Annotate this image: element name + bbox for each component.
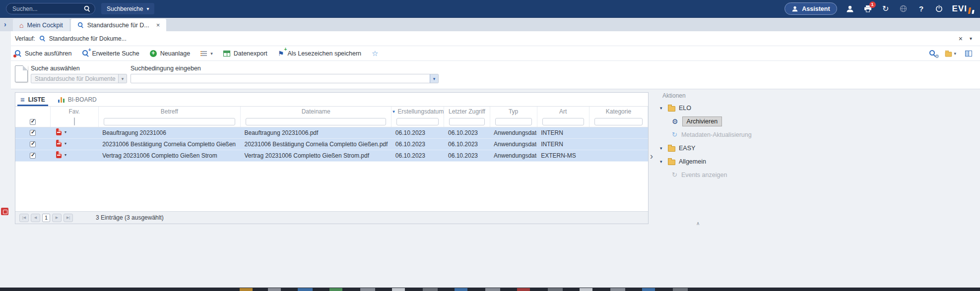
cell-erstellungsdatum: 06.10.2023 [392,127,444,138]
suchbereiche-dropdown[interactable]: Suchbereiche ▾ [101,3,154,14]
col-betreff[interactable]: Betreff [98,107,240,116]
suchbedingung-combobox[interactable]: ▾ [131,74,439,83]
close-icon[interactable]: × [959,35,963,43]
aktionen-group-allgemein[interactable]: ▾ Allgemein [660,155,779,168]
filter-betreff-input[interactable] [104,118,235,125]
fav-filter-button[interactable] [74,117,75,125]
cell-betreff: Vertrag 20231006 Completto Gießen Strom [98,150,240,161]
cell-betreff: 20231006 Bestätigung Cornelia Completto … [98,138,240,150]
suche-auswaehlen-select[interactable]: Standardsuche für Dokumente ▾ [31,74,127,83]
filter-typ-input[interactable] [495,118,532,125]
aktion-archivieren[interactable]: ⚙ Archivieren [660,115,779,128]
filter-kategorie-input[interactable] [594,118,643,125]
last-page-button[interactable]: ▶| [64,214,73,222]
row-type-caret[interactable]: ▾ [65,130,66,134]
filter-erstellungsdatum-input[interactable] [396,118,439,125]
collapse-panel-chevron[interactable]: › [650,151,653,162]
view-tab-label: BI-BOARD [68,96,97,103]
row-checkbox[interactable] [30,141,36,147]
aktionen-panel: Aktionen ▾ ELO ⚙ Archivieren ↻ Metadaten… [656,89,980,288]
expand-left-panel-chevron[interactable]: › [4,20,6,28]
datenexport-button[interactable]: Datenexport [223,50,267,57]
row-type-caret[interactable]: ▾ [65,141,66,146]
prev-page-button[interactable]: ◀ [31,214,40,222]
aktion-metadaten-aktualisierung: ↻ Metadaten-Aktualisierung [660,128,779,141]
close-icon[interactable]: × [156,21,160,29]
column-settings-icon[interactable] [965,51,972,57]
folder-view-dropdown[interactable]: ▾ [945,50,956,57]
chevron-down-icon[interactable]: ▾ [430,74,438,83]
scroll-up-indicator[interactable]: ∧ [696,221,700,226]
global-search[interactable] [6,3,95,14]
col-erstellungsdatum[interactable]: ▼Erstellungsdatum [392,107,444,116]
col-art[interactable]: Art [537,107,589,116]
favorite-star-icon[interactable]: ☆ [372,49,378,58]
tab-mein-cockpit[interactable]: ⌂ Mein Cockpit [13,19,69,31]
chevron-down-icon[interactable]: ▾ [660,159,664,164]
table-body: ▾Beauftragung 20231006Beauftragung 20231… [15,127,648,161]
col-typ[interactable]: Typ [490,107,537,116]
list-options-dropdown[interactable]: ▾ [200,50,213,57]
assistent-button[interactable]: Assistent [784,2,837,15]
cell-kategorie [589,150,648,161]
col-letzter-zugriff[interactable]: Letzter Zugriff [444,107,490,116]
search-icon [40,36,45,41]
chevron-down-icon[interactable]: ▾ [660,146,664,151]
pagination-bar: |◀ ◀ 1 ▶ ▶| 3 Einträge (3 ausgewählt) [15,211,648,224]
refresh-icon[interactable]: ↻ [881,4,891,14]
row-checkbox[interactable] [30,153,36,159]
tab-liste[interactable]: ≡ LISTE [20,93,45,106]
suchbedingung-input[interactable] [131,74,430,83]
result-count-summary: 3 Einträge (3 ausgewählt) [96,214,164,221]
search-settings-icon[interactable]: ⚙ [929,50,936,57]
print-icon[interactable]: 1 [863,4,873,14]
cell-erstellungsdatum: 06.10.2023 [392,150,444,161]
aktionen-group-easy[interactable]: ▾ EASY [660,141,779,155]
chevron-down-icon: ▾ [954,51,956,56]
power-icon[interactable] [934,4,944,14]
select-all-checkbox[interactable] [30,119,36,125]
tab-bi-board[interactable]: BI-BOARD [58,93,97,106]
verlauf-history-item[interactable]: Standardsuche für Dokume... [39,35,127,42]
col-kategorie[interactable]: Kategorie [589,107,648,116]
aktion-label-selected[interactable]: Archivieren [682,116,722,126]
row-type-caret[interactable]: ▾ [65,153,66,157]
aktionen-group-elo[interactable]: ▾ ELO [660,101,779,115]
table-row[interactable]: ▾Vertrag 20231006 Completto Gießen Strom… [15,150,648,161]
headset-person-icon [791,5,798,12]
user-icon[interactable] [845,4,855,14]
current-page-indicator[interactable]: 1 [42,214,50,222]
lesezeichen-button[interactable]: ⚑+ Als Lesezeichen speichern [278,50,361,57]
table-row[interactable]: ▾Beauftragung 20231006Beauftragung 20231… [15,127,648,138]
chevron-down-icon[interactable]: ▾ [118,74,127,83]
neuanlage-button[interactable]: Neuanlage [150,50,190,57]
home-icon: ⌂ [19,22,23,29]
filter-dateiname-input[interactable] [246,118,386,125]
erweiterte-suche-button[interactable]: + Erweiterte Suche [82,50,139,57]
table-header-row: Fav. Betreff Dateiname ▼Erstellungsdatum… [15,107,648,116]
suchbedingung-label: Suchbedingung eingeben [131,65,201,72]
notification-icon[interactable] [1,208,8,215]
row-checkbox[interactable] [30,130,36,136]
global-search-input[interactable] [12,5,84,12]
evi-logo: EVI [952,4,974,14]
chevron-down-icon[interactable]: ▾ [970,36,972,41]
col-dateiname[interactable]: Dateiname [241,107,392,116]
next-page-button[interactable]: ▶ [52,214,62,222]
globe-icon[interactable] [899,4,909,14]
filter-letzter-zugriff-input[interactable] [449,118,484,125]
filter-art-input[interactable] [542,118,584,125]
help-icon[interactable]: ? [916,4,926,14]
first-page-button[interactable]: |◀ [19,214,29,222]
table-row[interactable]: ▾20231006 Bestätigung Cornelia Completto… [15,138,648,150]
list-icon: ≡ [20,96,25,103]
folder-icon [668,146,675,152]
chevron-down-icon[interactable]: ▾ [660,106,664,111]
search-icon[interactable] [84,6,90,12]
document-icon [15,65,28,82]
cell-dateiname: 20231006 Bestätigung Cornelia Completto … [241,138,392,150]
verlauf-bar: Verlauf: Standardsuche für Dokume... × ▾ [11,31,980,46]
suche-ausfuehren-button[interactable]: Suche ausführen [15,50,72,57]
col-fav[interactable]: Fav. [50,107,98,116]
tab-standardsuche[interactable]: Standardsuche für D... × [71,19,167,31]
